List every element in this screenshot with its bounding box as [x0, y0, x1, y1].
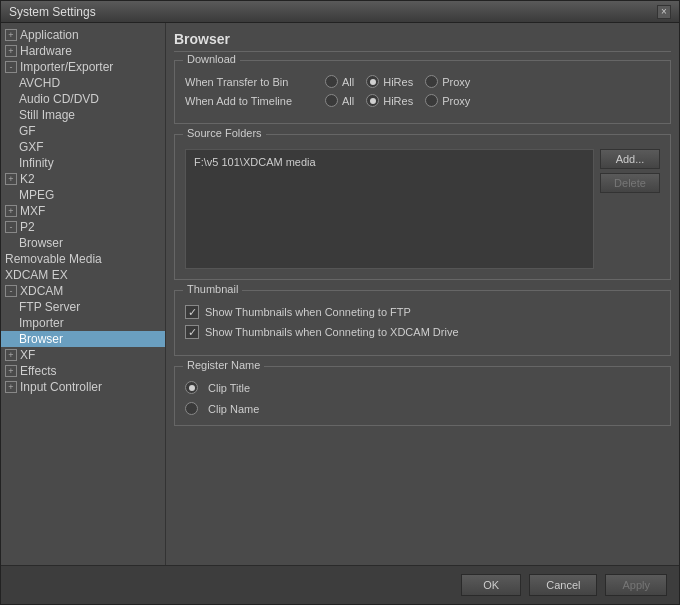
radio-label: All [342, 95, 354, 107]
list-item[interactable]: F:\v5 101\XDCAM media [190, 154, 589, 170]
sidebar-item-browser[interactable]: Browser [1, 331, 165, 347]
clip-name-label: Clip Name [208, 403, 259, 415]
sidebar-item-p2[interactable]: - P2 [1, 219, 165, 235]
add-to-timeline-row: When Add to Timeline All HiRes [185, 94, 660, 107]
sidebar-item-label: Importer [19, 316, 64, 330]
sidebar-item-mpeg[interactable]: MPEG [1, 187, 165, 203]
sidebar-item-k2[interactable]: + K2 [1, 171, 165, 187]
sidebar-item-importer-exporter[interactable]: - Importer/Exporter [1, 59, 165, 75]
source-folders-list[interactable]: F:\v5 101\XDCAM media [185, 149, 594, 269]
sidebar-item-label: MPEG [19, 188, 54, 202]
register-name-title: Register Name [183, 359, 264, 371]
source-folder-buttons: Add... Delete [600, 149, 660, 193]
sidebar-item-label: Infinity [19, 156, 54, 170]
sidebar-item-importer[interactable]: Importer [1, 315, 165, 331]
transfer-to-bin-options: All HiRes Proxy [325, 75, 470, 88]
sidebar-item-label: AVCHD [19, 76, 60, 90]
radio-circle [325, 75, 338, 88]
source-folders-title: Source Folders [183, 127, 266, 139]
sidebar-item-removable-media[interactable]: Removable Media [1, 251, 165, 267]
sidebar-item-ftp-server[interactable]: FTP Server [1, 299, 165, 315]
show-xdcam-checkbox[interactable]: Show Thumbnails when Conneting to XDCAM … [185, 325, 660, 339]
sidebar-item-label: Input Controller [20, 380, 102, 394]
show-ftp-checkbox[interactable]: Show Thumbnails when Conneting to FTP [185, 305, 660, 319]
system-settings-window: System Settings × + Application + Hardwa… [0, 0, 680, 605]
close-button[interactable]: × [657, 5, 671, 19]
content-area: + Application + Hardware - Importer/Expo… [1, 23, 679, 565]
sidebar-item-application[interactable]: + Application [1, 27, 165, 43]
radio-label: HiRes [383, 95, 413, 107]
transfer-to-bin-label: When Transfer to Bin [185, 76, 325, 88]
radio-label: All [342, 76, 354, 88]
sidebar-item-label: Browser [19, 236, 63, 250]
sidebar-item-label: P2 [20, 220, 35, 234]
radio-circle-clip-name [185, 402, 198, 415]
sidebar-item-effects[interactable]: + Effects [1, 363, 165, 379]
sidebar-item-label: Browser [19, 332, 63, 346]
clip-title-radio[interactable]: Clip Title [185, 381, 660, 394]
cancel-button[interactable]: Cancel [529, 574, 597, 596]
radio-circle [425, 94, 438, 107]
sidebar-item-xf[interactable]: + XF [1, 347, 165, 363]
sidebar-item-infinity[interactable]: Infinity [1, 155, 165, 171]
sidebar-item-browser-p2[interactable]: Browser [1, 235, 165, 251]
sidebar-item-label: Removable Media [5, 252, 102, 266]
sidebar-item-label: XDCAM EX [5, 268, 68, 282]
expand-icon: + [5, 45, 17, 57]
transfer-bin-hires-radio[interactable]: HiRes [366, 75, 413, 88]
delete-button[interactable]: Delete [600, 173, 660, 193]
expand-icon: + [5, 365, 17, 377]
sidebar-item-input-controller[interactable]: + Input Controller [1, 379, 165, 395]
sidebar-item-gxf[interactable]: GXF [1, 139, 165, 155]
radio-circle-checked [366, 94, 379, 107]
checkbox-ftp-label: Show Thumbnails when Conneting to FTP [205, 306, 411, 318]
sidebar-item-label: K2 [20, 172, 35, 186]
timeline-proxy-radio[interactable]: Proxy [425, 94, 470, 107]
radio-label: Proxy [442, 76, 470, 88]
radio-circle-checked [366, 75, 379, 88]
register-name-group: Register Name Clip Title Clip Name [174, 366, 671, 426]
expand-icon: + [5, 29, 17, 41]
sidebar-item-label: Still Image [19, 108, 75, 122]
bottom-bar: OK Cancel Apply [1, 565, 679, 604]
sidebar-item-label: MXF [20, 204, 45, 218]
sidebar-item-gf[interactable]: GF [1, 123, 165, 139]
expand-icon: - [5, 285, 17, 297]
apply-button[interactable]: Apply [605, 574, 667, 596]
sidebar-item-still-image[interactable]: Still Image [1, 107, 165, 123]
radio-label: HiRes [383, 76, 413, 88]
sidebar-item-avchd[interactable]: AVCHD [1, 75, 165, 91]
main-panel: Browser Download When Transfer to Bin Al… [166, 23, 679, 565]
clip-name-radio[interactable]: Clip Name [185, 402, 660, 415]
radio-label: Proxy [442, 95, 470, 107]
title-bar: System Settings × [1, 1, 679, 23]
sidebar: + Application + Hardware - Importer/Expo… [1, 23, 166, 565]
checkbox-xdcam [185, 325, 199, 339]
transfer-bin-all-radio[interactable]: All [325, 75, 354, 88]
source-folders-content: F:\v5 101\XDCAM media Add... Delete [185, 149, 660, 269]
timeline-all-radio[interactable]: All [325, 94, 354, 107]
thumbnail-content: Show Thumbnails when Conneting to FTP Sh… [185, 305, 660, 339]
sidebar-item-mxf[interactable]: + MXF [1, 203, 165, 219]
expand-icon: + [5, 205, 17, 217]
add-button[interactable]: Add... [600, 149, 660, 169]
register-name-content: Clip Title Clip Name [185, 381, 660, 415]
thumbnail-group-title: Thumbnail [183, 283, 242, 295]
sidebar-item-audio-cd-dvd[interactable]: Audio CD/DVD [1, 91, 165, 107]
timeline-hires-radio[interactable]: HiRes [366, 94, 413, 107]
sidebar-item-label: Application [20, 28, 79, 42]
sidebar-item-label: GXF [19, 140, 44, 154]
sidebar-item-hardware[interactable]: + Hardware [1, 43, 165, 59]
download-group: Download When Transfer to Bin All [174, 60, 671, 124]
sidebar-item-xdcam[interactable]: - XDCAM [1, 283, 165, 299]
sidebar-item-label: FTP Server [19, 300, 80, 314]
thumbnail-group: Thumbnail Show Thumbnails when Conneting… [174, 290, 671, 356]
sidebar-item-label: Hardware [20, 44, 72, 58]
sidebar-item-label: Effects [20, 364, 56, 378]
sidebar-item-label: GF [19, 124, 36, 138]
transfer-bin-proxy-radio[interactable]: Proxy [425, 75, 470, 88]
expand-icon: + [5, 381, 17, 393]
sidebar-item-xdcam-ex[interactable]: XDCAM EX [1, 267, 165, 283]
radio-circle-clip-title [185, 381, 198, 394]
ok-button[interactable]: OK [461, 574, 521, 596]
